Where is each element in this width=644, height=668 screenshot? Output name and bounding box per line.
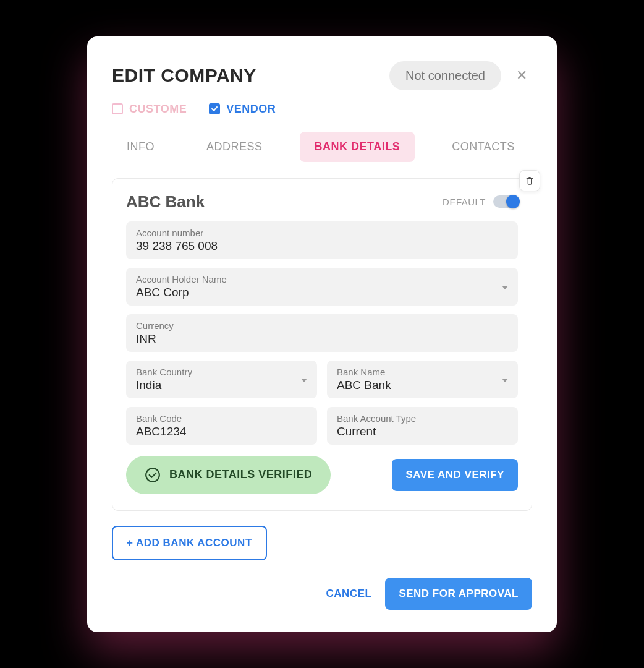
company-type-row: CUSTOME VENDOR bbox=[112, 103, 532, 116]
customer-checkbox[interactable]: CUSTOME bbox=[112, 103, 187, 116]
field-value: India bbox=[136, 379, 307, 392]
currency-field[interactable]: Currency INR bbox=[126, 314, 518, 352]
send-for-approval-button[interactable]: SEND FOR APPROVAL bbox=[385, 578, 532, 610]
save-and-verify-button[interactable]: SAVE AND VERIFY bbox=[392, 459, 518, 491]
default-toggle[interactable] bbox=[493, 195, 518, 208]
edit-company-modal: EDIT COMPANY Not connected ✕ CUSTOME VEN… bbox=[87, 36, 557, 632]
field-label: Bank Country bbox=[136, 367, 307, 377]
delete-bank-button[interactable] bbox=[519, 170, 540, 191]
modal-title: EDIT COMPANY bbox=[112, 65, 379, 86]
field-value: ABC1234 bbox=[136, 425, 307, 439]
default-label: DEFAULT bbox=[443, 197, 486, 207]
verified-badge: BANK DETAILS VERIFIED bbox=[126, 456, 331, 494]
chevron-down-icon bbox=[301, 374, 307, 385]
field-label: Account number bbox=[136, 228, 508, 238]
checkbox-unchecked-icon bbox=[112, 103, 123, 114]
field-value: Current bbox=[337, 425, 508, 439]
field-value: ABC Bank bbox=[337, 379, 508, 392]
cancel-button[interactable]: CANCEL bbox=[326, 588, 372, 600]
bank-title: ABC Bank bbox=[126, 192, 443, 212]
field-value: 39 238 765 008 bbox=[136, 239, 508, 253]
modal-header: EDIT COMPANY Not connected ✕ bbox=[112, 61, 532, 90]
modal-footer: CANCEL SEND FOR APPROVAL bbox=[112, 578, 532, 610]
bank-card: ABC Bank DEFAULT Account number 39 238 7… bbox=[112, 178, 532, 511]
customer-label: CUSTOME bbox=[129, 103, 187, 116]
field-label: Bank Code bbox=[136, 413, 307, 424]
bank-name-field[interactable]: Bank Name ABC Bank bbox=[327, 361, 518, 398]
tab-info[interactable]: INFO bbox=[112, 132, 169, 162]
close-icon[interactable]: ✕ bbox=[511, 65, 532, 86]
toggle-knob bbox=[506, 195, 520, 208]
bank-card-header: ABC Bank DEFAULT bbox=[126, 192, 518, 212]
bank-code-field[interactable]: Bank Code ABC1234 bbox=[126, 407, 317, 445]
tab-contacts[interactable]: CONTACTS bbox=[437, 132, 530, 162]
svg-point-0 bbox=[146, 468, 159, 482]
field-label: Currency bbox=[136, 320, 508, 331]
check-circle-icon bbox=[145, 467, 161, 483]
checkbox-checked-icon bbox=[209, 103, 220, 114]
field-value: ABC Corp bbox=[136, 286, 508, 299]
bank-country-field[interactable]: Bank Country India bbox=[126, 361, 317, 398]
bank-account-type-field[interactable]: Bank Account Type Current bbox=[327, 407, 518, 445]
field-value: INR bbox=[136, 332, 508, 346]
vendor-checkbox[interactable]: VENDOR bbox=[209, 103, 276, 116]
tabs: INFO ADDRESS BANK DETAILS CONTACTS bbox=[112, 132, 532, 162]
verified-label: BANK DETAILS VERIFIED bbox=[169, 468, 312, 481]
account-number-field[interactable]: Account number 39 238 765 008 bbox=[126, 221, 518, 259]
field-label: Bank Name bbox=[337, 367, 508, 377]
field-label: Bank Account Type bbox=[337, 413, 508, 424]
account-holder-name-field[interactable]: Account Holder Name ABC Corp bbox=[126, 268, 518, 306]
card-actions: BANK DETAILS VERIFIED SAVE AND VERIFY bbox=[126, 456, 518, 494]
vendor-label: VENDOR bbox=[226, 103, 276, 116]
trash-icon bbox=[525, 176, 535, 186]
tab-bank-details[interactable]: BANK DETAILS bbox=[300, 132, 415, 162]
connection-status-pill: Not connected bbox=[389, 61, 501, 90]
field-label: Account Holder Name bbox=[136, 274, 508, 285]
add-bank-account-button[interactable]: + ADD BANK ACCOUNT bbox=[112, 526, 267, 560]
chevron-down-icon bbox=[502, 281, 508, 292]
chevron-down-icon bbox=[502, 374, 508, 385]
tab-address[interactable]: ADDRESS bbox=[192, 132, 278, 162]
